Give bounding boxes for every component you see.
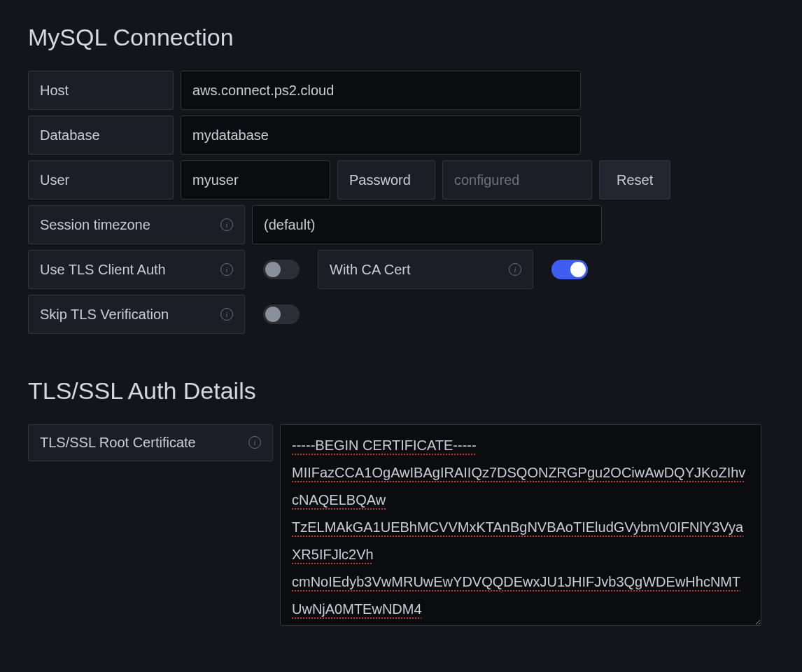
label-session-timezone-text: Session timezone: [40, 217, 150, 233]
user-input[interactable]: [181, 160, 330, 200]
info-icon-session-timezone[interactable]: [220, 218, 233, 231]
label-user-text: User: [40, 172, 69, 188]
toggle-cell-skip-tls-verification: [252, 295, 311, 334]
label-host: Host: [28, 71, 174, 110]
session-timezone-input[interactable]: [252, 205, 602, 244]
label-password-text: Password: [349, 172, 411, 188]
label-skip-tls-verification-text: Skip TLS Verification: [40, 307, 169, 323]
label-use-tls-client-auth-text: Use TLS Client Auth: [40, 262, 166, 278]
label-root-cert: TLS/SSL Root Certificate: [28, 424, 273, 461]
info-icon: [248, 436, 261, 449]
label-host-text: Host: [40, 83, 69, 99]
toggle-cell-use-tls-client-auth: [252, 250, 311, 289]
database-input[interactable]: [181, 115, 581, 155]
label-user: User: [28, 160, 174, 200]
root-cert-textarea[interactable]: [280, 424, 761, 626]
label-with-ca-cert: With CA Cert: [318, 250, 533, 289]
info-icon: [509, 263, 521, 276]
info-icon-use-tls-client-auth[interactable]: [220, 263, 233, 276]
toggle-skip-tls-verification[interactable]: [263, 304, 300, 324]
toggle-use-tls-client-auth[interactable]: [263, 260, 300, 279]
toggle-with-ca-cert[interactable]: [551, 260, 588, 279]
label-root-cert-text: TLS/SSL Root Certificate: [40, 435, 196, 451]
reset-password-button[interactable]: Reset: [599, 160, 670, 200]
host-input[interactable]: [181, 71, 581, 110]
info-icon-root-cert[interactable]: [248, 436, 261, 449]
toggle-cell-with-ca-cert: [540, 250, 599, 289]
label-database: Database: [28, 115, 174, 155]
label-skip-tls-verification: Skip TLS Verification: [28, 295, 245, 334]
info-icon: [220, 218, 233, 231]
label-session-timezone: Session timezone: [28, 205, 245, 244]
section-title-tls: TLS/SSL Auth Details: [28, 377, 774, 405]
label-database-text: Database: [40, 127, 100, 144]
info-icon: [220, 263, 233, 276]
info-icon-with-ca-cert[interactable]: [509, 263, 521, 276]
info-icon: [220, 308, 233, 321]
password-input[interactable]: [442, 160, 592, 200]
label-with-ca-cert-text: With CA Cert: [330, 262, 411, 278]
label-password: Password: [337, 160, 435, 200]
section-title-mysql: MySQL Connection: [28, 24, 774, 51]
label-use-tls-client-auth: Use TLS Client Auth: [28, 250, 245, 289]
info-icon-skip-tls-verification[interactable]: [220, 308, 233, 321]
